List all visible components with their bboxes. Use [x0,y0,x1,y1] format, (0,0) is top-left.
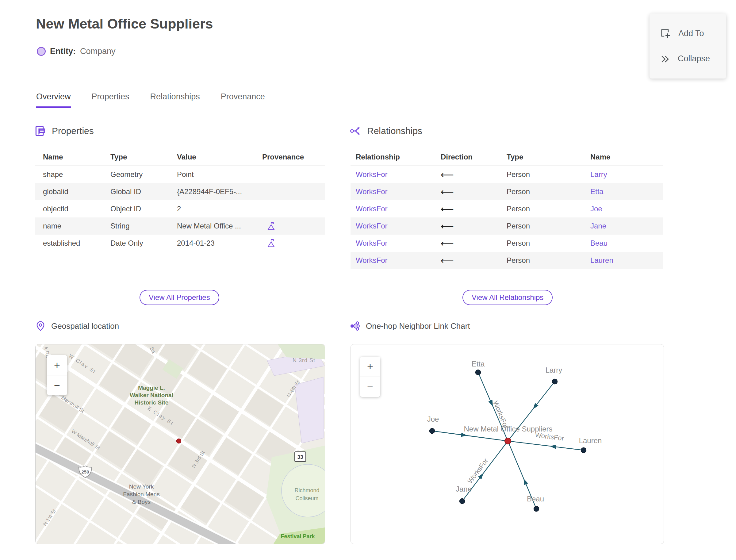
column-header: Type [110,153,177,161]
column-header: Direction [441,153,507,161]
direction-arrow: ⟵ [441,221,507,232]
map-location-marker[interactable] [177,439,181,443]
node-label: Jane [456,485,472,493]
properties-section-header: Properties [35,125,94,137]
add-to-button[interactable]: Add To [650,28,726,39]
relationship-link[interactable]: WorksFor [351,205,441,213]
entity-type-icon [37,47,46,56]
map-zoom-out-button[interactable]: − [47,375,67,395]
relationship-type: Person [507,187,590,196]
property-value: New Metal Office ... [177,222,262,230]
tab-bar: Overview Properties Relationships Proven… [36,92,265,108]
column-header: Name [590,153,663,161]
direction-arrow: ⟵ [441,204,507,214]
property-name: globalid [35,187,110,196]
properties-icon [35,125,46,137]
relationship-link[interactable]: WorksFor [351,256,441,265]
table-row: WorksFor ⟵ Person Jane [351,217,663,235]
node-larry[interactable] [552,379,558,384]
properties-table: Name Type Value Provenance shape Geometr… [35,148,325,252]
table-row: WorksFor ⟵ Person Etta [351,183,663,200]
direction-arrow: ⟵ [441,255,507,266]
relationship-link[interactable]: WorksFor [351,222,441,230]
festival-park-label: Festival Park [281,533,315,539]
map-zoom-control: + − [47,355,67,395]
property-type: Geometry [110,170,177,179]
table-row: established Date Only 2014-01-23 [35,235,325,252]
view-all-properties-button[interactable]: View All Properties [140,290,219,305]
property-type: Date Only [110,239,177,247]
property-type: String [110,222,177,230]
svg-text:New York: New York [129,483,154,490]
node-label: Etta [472,360,485,368]
relationship-type: Person [507,205,590,213]
one-hop-link-chart[interactable]: WorksFor WorksFor WorksFor Etta Larry Jo… [351,344,664,544]
property-value: 2 [177,205,262,213]
relationships-table-header: Relationship Direction Type Name [351,148,663,166]
related-entity-link[interactable]: Lauren [590,256,663,265]
entity-row: Entity: Company [37,47,116,56]
geospatial-section-title: Geospatial location [51,321,119,331]
relationships-table: Relationship Direction Type Name WorksFo… [351,148,663,269]
property-name: objectid [35,205,110,213]
table-row: objectid Object ID 2 [35,200,325,217]
column-header: Value [177,153,262,161]
direction-arrow: ⟵ [441,169,507,180]
node-etta[interactable] [476,370,481,375]
chart-zoom-out-button[interactable]: − [360,377,380,397]
entity-value: Company [80,47,116,56]
node-label: Beau [527,495,544,503]
column-header: Provenance [262,153,325,161]
street-label: N 3rd St [293,357,315,363]
tab-properties[interactable]: Properties [92,92,129,108]
provenance-flag-icon[interactable] [266,239,276,248]
properties-table-header: Name Type Value Provenance [35,148,325,166]
related-entity-link[interactable]: Etta [590,187,663,196]
chart-zoom-in-button[interactable]: + [360,357,380,377]
node-center-entity[interactable] [505,438,511,444]
map-zoom-in-button[interactable]: + [47,355,67,375]
relationship-type: Person [507,170,590,179]
link-chart-section-title: One-hop Neighbor Link Chart [366,321,470,331]
collapse-button[interactable]: Collapse [650,54,726,64]
relationship-link[interactable]: WorksFor [351,187,441,196]
svg-text:Richmond: Richmond [294,487,319,493]
table-row: WorksFor ⟵ Person Larry [351,166,663,183]
view-all-relationships-button[interactable]: View All Relationships [462,290,553,305]
node-lauren[interactable] [581,448,586,453]
svg-text:& Boys: & Boys [132,499,151,505]
svg-text:Coliseum: Coliseum [295,495,318,501]
relationships-section-title: Relationships [367,126,422,136]
relationship-link[interactable]: WorksFor [351,239,441,247]
table-row: WorksFor ⟵ Person Beau [351,235,663,252]
tab-overview[interactable]: Overview [36,92,71,108]
tab-relationships[interactable]: Relationships [150,92,200,108]
node-joe[interactable] [430,428,435,434]
tab-provenance[interactable]: Provenance [221,92,265,108]
svg-text:Fashion Mens: Fashion Mens [123,491,159,497]
property-type: Object ID [110,205,177,213]
svg-text:Historic Site: Historic Site [135,399,169,406]
related-entity-link[interactable]: Joe [590,205,663,213]
related-entity-link[interactable]: Larry [590,170,663,179]
relationship-link[interactable]: WorksFor [351,170,441,179]
page-title: New Metal Office Suppliers [36,16,213,32]
route-33-shield: 33 [295,452,306,462]
link-chart-canvas[interactable]: WorksFor WorksFor WorksFor Etta Larry Jo… [351,344,664,544]
chart-zoom-control: + − [360,357,380,397]
node-beau[interactable] [534,506,539,512]
column-header: Type [507,153,590,161]
map-canvas[interactable]: 250 33 W Clay St E Clay St Marshall St W… [36,344,325,544]
geospatial-map[interactable]: 250 33 W Clay St E Clay St Marshall St W… [35,344,325,544]
relationships-icon [350,125,362,137]
node-label: Joe [427,415,439,423]
related-entity-link[interactable]: Beau [590,239,663,247]
table-row: WorksFor ⟵ Person Joe [351,200,663,217]
node-jane[interactable] [460,499,465,504]
svg-text:33: 33 [297,454,303,460]
entity-label: Entity: [50,47,76,56]
properties-section-title: Properties [52,126,94,136]
property-value: {A228944F-0EF5-... [177,187,262,196]
related-entity-link[interactable]: Jane [590,222,663,230]
provenance-flag-icon[interactable] [266,221,276,231]
